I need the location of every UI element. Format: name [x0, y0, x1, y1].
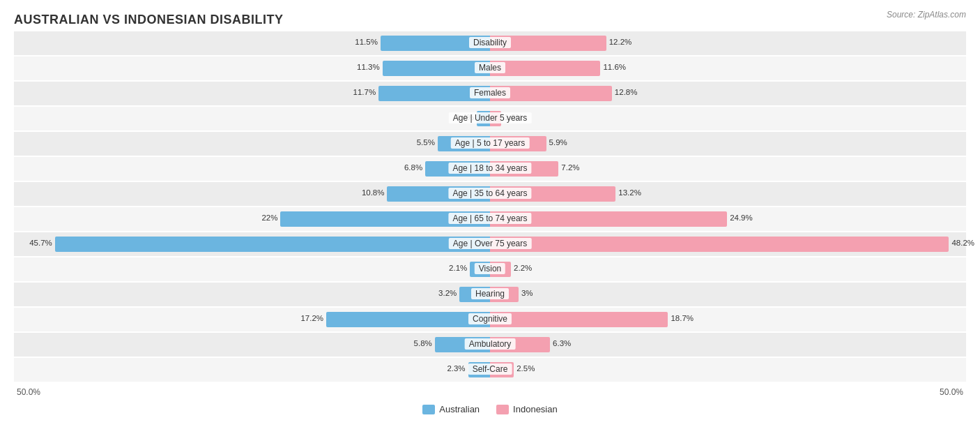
chart-rows-wrapper: Disability11.5%12.2%Males11.3%11.6%Femal… [14, 31, 966, 382]
bar-center-label: Age | 5 to 17 years [451, 137, 530, 149]
aus-value-label: 11.7% [353, 88, 376, 96]
legend-box-indonesian [496, 405, 509, 414]
table-row: Ambulatory5.8%6.3% [14, 333, 966, 357]
chart-title: AUSTRALIAN VS INDONESIAN DISABILITY [14, 13, 966, 27]
bar-inner: Females11.7%12.8% [14, 82, 966, 105]
legend-australian-label: Australian [439, 404, 480, 414]
bar-inner: Age | 18 to 34 years6.8%7.2% [14, 157, 966, 181]
legend-indonesian-label: Indonesian [513, 404, 558, 414]
aus-value-label: 5.8% [414, 339, 432, 347]
aus-value-label: 22% [261, 214, 277, 222]
bar-inner: Self-Care2.3%2.5% [14, 358, 966, 382]
chart-container: AUSTRALIAN VS INDONESIAN DISABILITY Sour… [0, 0, 980, 427]
table-row: Age | 35 to 64 years10.8%13.2% [14, 182, 966, 206]
table-row: Males11.3%11.6% [14, 57, 966, 80]
table-row: Self-Care2.3%2.5% [14, 358, 966, 382]
ind-value-label: 12.8% [615, 88, 638, 96]
australian-bar [326, 312, 490, 327]
axis-left: 50.0% [14, 387, 490, 397]
aus-value-label: 11.3% [357, 63, 380, 71]
table-row: Cognitive17.2%18.7% [14, 308, 966, 331]
bar-inner: Hearing3.2%3% [14, 283, 966, 306]
aus-value-label: 2.3% [447, 364, 465, 373]
table-row: Age | 18 to 34 years6.8%7.2% [14, 157, 966, 181]
aus-value-label: 3.2% [438, 289, 457, 297]
source-label: Source: ZipAtlas.com [887, 10, 966, 20]
ind-value-label: 3% [521, 289, 533, 297]
aus-value-label: 5.5% [417, 138, 435, 147]
axis-row: 50.0% 50.0% [14, 387, 966, 397]
ind-value-label: 6.3% [553, 339, 571, 347]
ind-value-label: 13.2% [618, 188, 641, 197]
table-row: Age | 5 to 17 years5.5%5.9% [14, 132, 966, 156]
legend: Australian Indonesian [14, 404, 966, 414]
table-row: Females11.7%12.8% [14, 82, 966, 105]
bar-inner: Age | 5 to 17 years5.5%5.9% [14, 132, 966, 156]
bar-center-label: Age | Under 5 years [449, 112, 532, 123]
bar-inner: Age | 35 to 64 years10.8%13.2% [14, 182, 966, 206]
aus-value-label: 10.8% [362, 188, 385, 197]
aus-value-label: 6.8% [404, 163, 422, 172]
ind-value-label: 7.2% [561, 163, 579, 172]
bar-center-label: Disability [469, 37, 511, 48]
indonesian-bar [490, 61, 600, 76]
bar-center-label: Ambulatory [465, 338, 516, 350]
legend-item-indonesian: Indonesian [496, 404, 558, 414]
ind-value-label: 24.9% [730, 214, 753, 222]
australian-bar [383, 61, 490, 76]
indonesian-bar [490, 312, 668, 327]
aus-value-label: 2.1% [449, 264, 467, 272]
axis-right: 50.0% [490, 387, 966, 397]
ind-value-label: 12.2% [609, 38, 632, 46]
legend-item-australian: Australian [422, 404, 480, 414]
bar-inner: Age | Over 75 years45.7%48.2% [14, 232, 966, 256]
ind-value-label: 11.6% [603, 63, 626, 71]
ind-value-label: 48.2% [951, 239, 974, 247]
bar-center-label: Males [475, 62, 505, 73]
ind-value-label: 2.2% [514, 264, 532, 272]
table-row: Disability11.5%12.2% [14, 31, 966, 55]
bar-center-label: Age | 18 to 34 years [448, 163, 531, 174]
table-row: Hearing3.2%3% [14, 283, 966, 306]
bar-inner: Ambulatory5.8%6.3% [14, 333, 966, 357]
bar-inner: Disability11.5%12.2% [14, 31, 966, 55]
bar-center-label: Age | 35 to 64 years [448, 188, 531, 199]
aus-value-label: 45.7% [29, 239, 52, 247]
bar-center-label: Vision [475, 263, 505, 274]
bar-center-label: Cognitive [468, 313, 512, 324]
table-row: Age | Under 5 years1.4%1.2% [14, 107, 966, 130]
table-row: Age | 65 to 74 years22%24.9% [14, 207, 966, 231]
ind-value-label: 18.7% [671, 314, 694, 322]
ind-value-label: 5.9% [549, 138, 567, 147]
bar-center-label: Age | Over 75 years [449, 238, 532, 249]
legend-box-australian [422, 405, 435, 414]
bar-inner: Males11.3%11.6% [14, 57, 966, 80]
table-row: Age | Over 75 years45.7%48.2% [14, 232, 966, 256]
aus-value-label: 11.5% [355, 38, 378, 46]
bar-center-label: Hearing [471, 288, 509, 299]
bar-inner: Vision2.1%2.2% [14, 257, 966, 281]
aus-value-label: 17.2% [300, 314, 323, 322]
bar-inner: Cognitive17.2%18.7% [14, 308, 966, 331]
bar-center-label: Age | 65 to 74 years [448, 213, 531, 224]
bar-center-label: Females [470, 87, 510, 98]
bar-center-label: Self-Care [468, 364, 512, 375]
ind-value-label: 2.5% [516, 364, 535, 373]
bar-inner: Age | 65 to 74 years22%24.9% [14, 207, 966, 231]
bar-inner: Age | Under 5 years1.4%1.2% [14, 107, 966, 130]
table-row: Vision2.1%2.2% [14, 257, 966, 281]
indonesian-bar [490, 237, 949, 252]
australian-bar [55, 237, 490, 252]
